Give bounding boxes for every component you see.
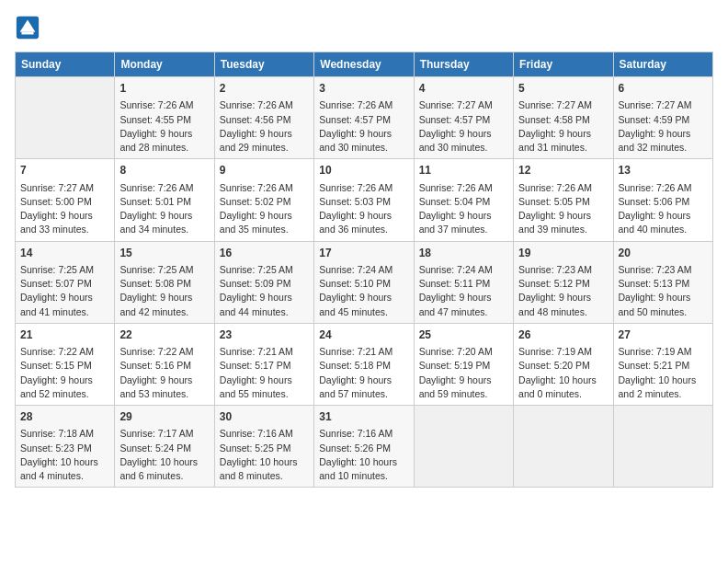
day-number: 11	[419, 163, 508, 178]
svg-rect-2	[21, 32, 33, 35]
day-info: Sunrise: 7:26 AM Sunset: 5:05 PM Dayligh…	[518, 181, 608, 237]
calendar-cell: 16Sunrise: 7:25 AM Sunset: 5:09 PM Dayli…	[214, 241, 313, 323]
day-info: Sunrise: 7:16 AM Sunset: 5:25 PM Dayligh…	[220, 427, 309, 483]
day-info: Sunrise: 7:18 AM Sunset: 5:23 PM Dayligh…	[20, 427, 109, 483]
calendar-cell: 19Sunrise: 7:23 AM Sunset: 5:12 PM Dayli…	[514, 241, 613, 323]
calendar-cell: 31Sunrise: 7:16 AM Sunset: 5:26 PM Dayli…	[314, 406, 414, 488]
day-number: 13	[619, 163, 708, 178]
day-info: Sunrise: 7:26 AM Sunset: 5:04 PM Dayligh…	[419, 181, 508, 237]
calendar-week-3: 14Sunrise: 7:25 AM Sunset: 5:07 PM Dayli…	[16, 241, 713, 323]
calendar-cell: 1Sunrise: 7:26 AM Sunset: 4:55 PM Daylig…	[115, 77, 214, 159]
day-number: 12	[518, 163, 608, 178]
day-number: 8	[119, 163, 209, 178]
col-header-tuesday: Tuesday	[214, 52, 313, 77]
day-info: Sunrise: 7:26 AM Sunset: 4:55 PM Dayligh…	[119, 98, 209, 155]
day-number: 7	[20, 163, 109, 178]
day-number: 28	[20, 409, 109, 425]
calendar-cell: 21Sunrise: 7:22 AM Sunset: 5:15 PM Dayli…	[16, 323, 115, 405]
day-info: Sunrise: 7:23 AM Sunset: 5:13 PM Dayligh…	[619, 263, 708, 319]
day-info: Sunrise: 7:25 AM Sunset: 5:09 PM Dayligh…	[220, 263, 309, 319]
calendar-cell: 29Sunrise: 7:17 AM Sunset: 5:24 PM Dayli…	[115, 406, 214, 488]
day-number: 21	[20, 327, 109, 343]
day-number: 2	[220, 81, 309, 97]
day-info: Sunrise: 7:24 AM Sunset: 5:11 PM Dayligh…	[419, 263, 508, 319]
col-header-saturday: Saturday	[613, 52, 712, 77]
col-header-thursday: Thursday	[414, 52, 513, 77]
day-number: 22	[119, 327, 209, 343]
day-number: 16	[220, 246, 309, 261]
day-info: Sunrise: 7:24 AM Sunset: 5:10 PM Dayligh…	[319, 263, 408, 319]
day-number: 6	[619, 81, 708, 97]
logo	[15, 15, 42, 40]
calendar-cell: 25Sunrise: 7:20 AM Sunset: 5:19 PM Dayli…	[414, 323, 513, 405]
day-number: 25	[419, 327, 508, 343]
col-header-monday: Monday	[115, 52, 214, 77]
day-info: Sunrise: 7:26 AM Sunset: 4:56 PM Dayligh…	[220, 98, 309, 155]
calendar-cell: 2Sunrise: 7:26 AM Sunset: 4:56 PM Daylig…	[214, 77, 313, 159]
calendar-cell	[613, 406, 712, 488]
calendar-cell: 5Sunrise: 7:27 AM Sunset: 4:58 PM Daylig…	[514, 77, 613, 159]
calendar-table: SundayMondayTuesdayWednesdayThursdayFrid…	[15, 52, 713, 488]
calendar-cell	[16, 77, 115, 159]
day-number: 31	[319, 409, 408, 425]
calendar-cell: 23Sunrise: 7:21 AM Sunset: 5:17 PM Dayli…	[214, 323, 313, 405]
calendar-cell: 17Sunrise: 7:24 AM Sunset: 5:10 PM Dayli…	[314, 241, 414, 323]
calendar-cell	[514, 406, 613, 488]
calendar-cell: 10Sunrise: 7:26 AM Sunset: 5:03 PM Dayli…	[314, 159, 414, 241]
day-info: Sunrise: 7:27 AM Sunset: 4:57 PM Dayligh…	[419, 98, 508, 155]
day-info: Sunrise: 7:21 AM Sunset: 5:18 PM Dayligh…	[319, 345, 408, 401]
calendar-week-4: 21Sunrise: 7:22 AM Sunset: 5:15 PM Dayli…	[16, 323, 713, 405]
logo-icon	[15, 15, 40, 40]
day-number: 10	[319, 163, 408, 178]
col-header-friday: Friday	[514, 52, 613, 77]
calendar-cell	[414, 406, 513, 488]
day-info: Sunrise: 7:21 AM Sunset: 5:17 PM Dayligh…	[220, 345, 309, 401]
day-number: 4	[419, 81, 508, 97]
day-info: Sunrise: 7:26 AM Sunset: 4:57 PM Dayligh…	[319, 98, 408, 155]
day-info: Sunrise: 7:26 AM Sunset: 5:01 PM Dayligh…	[119, 181, 209, 237]
col-header-sunday: Sunday	[16, 52, 115, 77]
day-number: 3	[319, 81, 408, 97]
day-info: Sunrise: 7:27 AM Sunset: 5:00 PM Dayligh…	[20, 181, 109, 237]
day-info: Sunrise: 7:22 AM Sunset: 5:15 PM Dayligh…	[20, 345, 109, 401]
day-number: 24	[319, 327, 408, 343]
calendar-cell: 27Sunrise: 7:19 AM Sunset: 5:21 PM Dayli…	[613, 323, 712, 405]
calendar-header-row: SundayMondayTuesdayWednesdayThursdayFrid…	[16, 52, 713, 77]
calendar-week-1: 1Sunrise: 7:26 AM Sunset: 4:55 PM Daylig…	[16, 77, 713, 159]
calendar-cell: 30Sunrise: 7:16 AM Sunset: 5:25 PM Dayli…	[214, 406, 313, 488]
calendar-cell: 3Sunrise: 7:26 AM Sunset: 4:57 PM Daylig…	[314, 77, 414, 159]
calendar-cell: 24Sunrise: 7:21 AM Sunset: 5:18 PM Dayli…	[314, 323, 414, 405]
calendar-week-5: 28Sunrise: 7:18 AM Sunset: 5:23 PM Dayli…	[16, 406, 713, 488]
day-info: Sunrise: 7:22 AM Sunset: 5:16 PM Dayligh…	[119, 345, 209, 401]
day-number: 5	[518, 81, 608, 97]
day-info: Sunrise: 7:19 AM Sunset: 5:20 PM Dayligh…	[518, 345, 608, 401]
col-header-wednesday: Wednesday	[314, 52, 414, 77]
calendar-cell: 22Sunrise: 7:22 AM Sunset: 5:16 PM Dayli…	[115, 323, 214, 405]
calendar-cell: 18Sunrise: 7:24 AM Sunset: 5:11 PM Dayli…	[414, 241, 513, 323]
day-info: Sunrise: 7:27 AM Sunset: 4:58 PM Dayligh…	[518, 98, 608, 155]
calendar-cell: 14Sunrise: 7:25 AM Sunset: 5:07 PM Dayli…	[16, 241, 115, 323]
calendar-cell: 4Sunrise: 7:27 AM Sunset: 4:57 PM Daylig…	[414, 77, 513, 159]
day-info: Sunrise: 7:25 AM Sunset: 5:08 PM Dayligh…	[119, 263, 209, 319]
calendar-cell: 28Sunrise: 7:18 AM Sunset: 5:23 PM Dayli…	[16, 406, 115, 488]
day-info: Sunrise: 7:26 AM Sunset: 5:03 PM Dayligh…	[319, 181, 408, 237]
day-number: 19	[518, 246, 608, 261]
calendar-cell: 26Sunrise: 7:19 AM Sunset: 5:20 PM Dayli…	[514, 323, 613, 405]
day-info: Sunrise: 7:23 AM Sunset: 5:12 PM Dayligh…	[518, 263, 608, 319]
day-info: Sunrise: 7:17 AM Sunset: 5:24 PM Dayligh…	[119, 427, 209, 483]
day-number: 29	[119, 409, 209, 425]
day-info: Sunrise: 7:25 AM Sunset: 5:07 PM Dayligh…	[20, 263, 109, 319]
calendar-cell: 11Sunrise: 7:26 AM Sunset: 5:04 PM Dayli…	[414, 159, 513, 241]
day-number: 30	[220, 409, 309, 425]
day-info: Sunrise: 7:20 AM Sunset: 5:19 PM Dayligh…	[419, 345, 508, 401]
calendar-cell: 6Sunrise: 7:27 AM Sunset: 4:59 PM Daylig…	[613, 77, 712, 159]
calendar-cell: 7Sunrise: 7:27 AM Sunset: 5:00 PM Daylig…	[16, 159, 115, 241]
calendar-cell: 13Sunrise: 7:26 AM Sunset: 5:06 PM Dayli…	[613, 159, 712, 241]
day-info: Sunrise: 7:19 AM Sunset: 5:21 PM Dayligh…	[619, 345, 708, 401]
page-header	[15, 15, 713, 40]
day-number: 1	[119, 81, 209, 97]
day-number: 14	[20, 246, 109, 261]
calendar-cell: 9Sunrise: 7:26 AM Sunset: 5:02 PM Daylig…	[214, 159, 313, 241]
calendar-cell: 8Sunrise: 7:26 AM Sunset: 5:01 PM Daylig…	[115, 159, 214, 241]
day-info: Sunrise: 7:26 AM Sunset: 5:02 PM Dayligh…	[220, 181, 309, 237]
